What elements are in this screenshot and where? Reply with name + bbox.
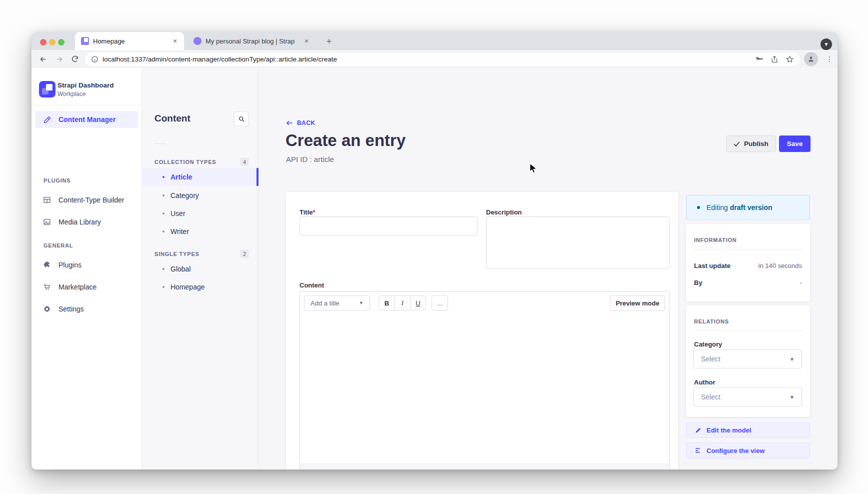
zoom-window-button[interactable]	[58, 39, 64, 46]
subnav-item-article[interactable]: Article	[142, 168, 258, 186]
required-asterisk: *	[313, 208, 316, 216]
close-tab-icon[interactable]: ×	[302, 37, 310, 45]
subnav-item-label: Writer	[170, 228, 189, 236]
bullet-icon	[162, 230, 164, 232]
url-bar[interactable]: localhost:1337/admin/content-manager/col…	[85, 52, 800, 66]
close-tab-icon[interactable]: ×	[171, 37, 179, 45]
relations-label: RELATIONS	[694, 318, 729, 324]
close-window-button[interactable]	[40, 39, 46, 46]
workspace-name: Workplace	[58, 90, 86, 98]
draft-status-banner: Editing draft version	[686, 195, 810, 220]
sidebar-item-label: Content-Type Builder	[58, 196, 124, 204]
relations-card: RELATIONS Category Select ▼ Author Selec…	[686, 306, 810, 417]
tab-title: My personal Strapi blog | Strap	[206, 38, 298, 45]
desktop: Homepage × My personal Strapi blog | Str…	[0, 0, 868, 494]
subnav-item-writer[interactable]: Writer	[142, 222, 258, 240]
status-dot-icon	[697, 206, 700, 209]
strapi-favicon	[81, 37, 89, 45]
description-field-label: Description	[486, 208, 522, 216]
sidebar-item-label: Content Manager	[58, 116, 116, 124]
sidebar-item-plugins[interactable]: Plugins	[36, 256, 138, 274]
more-formats-button[interactable]: ...	[432, 296, 448, 310]
browser-toolbar: localhost:1337/admin/content-manager/col…	[32, 50, 838, 68]
category-select[interactable]: Select ▼	[694, 350, 802, 368]
underline-button[interactable]: U	[410, 296, 426, 310]
reload-icon[interactable]	[68, 52, 82, 66]
back-icon[interactable]	[36, 52, 50, 66]
preview-mode-button[interactable]: Preview mode	[610, 295, 665, 311]
pencil-icon	[695, 427, 702, 434]
browser-profile-avatar[interactable]	[804, 52, 818, 66]
sidebar-item-marketplace[interactable]: Marketplace	[36, 278, 138, 296]
subnav-title: Content	[154, 113, 190, 124]
configure-lines-icon	[695, 448, 702, 454]
save-button[interactable]: Save	[779, 136, 810, 152]
api-id-subtitle: API ID : article	[286, 155, 334, 164]
text-style-group: B I U	[378, 296, 426, 310]
new-tab-button[interactable]: +	[323, 36, 335, 48]
configure-view-button[interactable]: Configure the view	[686, 442, 810, 458]
editor-footer: Expand	[300, 464, 670, 470]
back-link[interactable]: BACK	[286, 120, 315, 126]
bullet-icon	[162, 194, 164, 196]
pen-icon	[43, 116, 52, 124]
sidebar-item-label: Settings	[58, 305, 84, 313]
subnav-item-label: Global	[170, 265, 190, 273]
strapi-logo	[39, 81, 56, 98]
last-update-row: Last update in 140 seconds	[694, 262, 802, 270]
edit-model-button[interactable]: Edit the model	[686, 422, 810, 438]
chevron-down-icon: ▼	[359, 300, 364, 306]
page-info-icon[interactable]	[91, 56, 98, 63]
author-select[interactable]: Select ▼	[694, 388, 802, 406]
draft-status-text: Editing draft version	[706, 204, 772, 212]
subnav-item-homepage[interactable]: Homepage	[142, 278, 258, 296]
editor-body[interactable]	[300, 314, 670, 464]
title-field-label: Title*	[300, 208, 316, 216]
italic-button[interactable]: I	[394, 296, 410, 310]
bullet-icon	[162, 268, 164, 270]
tab-title: Homepage	[93, 38, 167, 45]
sidebar-item-label: Media Library	[58, 218, 101, 226]
sidebar-item-content-type-builder[interactable]: Content-Type Builder	[36, 192, 138, 208]
title-input[interactable]	[300, 216, 478, 236]
sidebar-item-content-manager[interactable]: Content Manager	[36, 111, 138, 128]
subnav-item-label: Category	[170, 192, 199, 200]
chevron-down-icon: ▼	[790, 356, 794, 362]
tab-strip: Homepage × My personal Strapi blog | Str…	[32, 32, 838, 50]
sidebar-item-settings[interactable]: Settings	[36, 300, 138, 318]
author-label: Author	[694, 378, 716, 386]
puzzle-icon	[43, 261, 52, 269]
bullet-icon	[162, 176, 164, 178]
blog-favicon	[194, 37, 202, 45]
collection-types-label: COLLECTION TYPES	[154, 159, 216, 165]
search-button[interactable]	[234, 112, 249, 126]
content-subnav: Content COLLECTION TYPES 4 Article Categ…	[142, 68, 258, 470]
subnav-item-global[interactable]: Global	[142, 260, 258, 278]
picture-icon	[43, 218, 52, 226]
forward-icon[interactable]	[52, 52, 66, 66]
bullet-icon	[162, 212, 164, 214]
description-textarea[interactable]	[486, 216, 670, 268]
minimize-window-button[interactable]	[49, 39, 56, 46]
layout-grid-icon	[43, 196, 52, 204]
check-icon	[734, 141, 740, 146]
heading-select[interactable]: Add a title ▼	[304, 296, 370, 310]
sidebar-item-media-library[interactable]: Media Library	[36, 214, 138, 230]
browser-menu-icon[interactable]: ⋮	[822, 52, 836, 66]
subnav-item-category[interactable]: Category	[142, 186, 258, 204]
tab-homepage[interactable]: Homepage ×	[75, 32, 184, 50]
tab-search-button[interactable]: ▼	[820, 38, 832, 50]
section-label-general: GENERAL	[44, 242, 73, 248]
share-icon[interactable]	[770, 56, 778, 64]
bookmark-star-icon[interactable]	[786, 55, 794, 64]
subnav-item-user[interactable]: User	[142, 204, 258, 222]
category-label: Category	[694, 340, 722, 348]
tab-strapi-blog[interactable]: My personal Strapi blog | Strap ×	[188, 32, 316, 50]
page-title: Create an entry	[286, 131, 406, 150]
publish-button[interactable]: Publish	[726, 136, 776, 152]
subnav-item-label: Homepage	[170, 283, 205, 291]
bullet-icon	[162, 286, 164, 288]
browser-window: Homepage × My personal Strapi blog | Str…	[32, 32, 838, 470]
password-key-icon[interactable]	[755, 55, 764, 64]
bold-button[interactable]: B	[379, 296, 394, 310]
